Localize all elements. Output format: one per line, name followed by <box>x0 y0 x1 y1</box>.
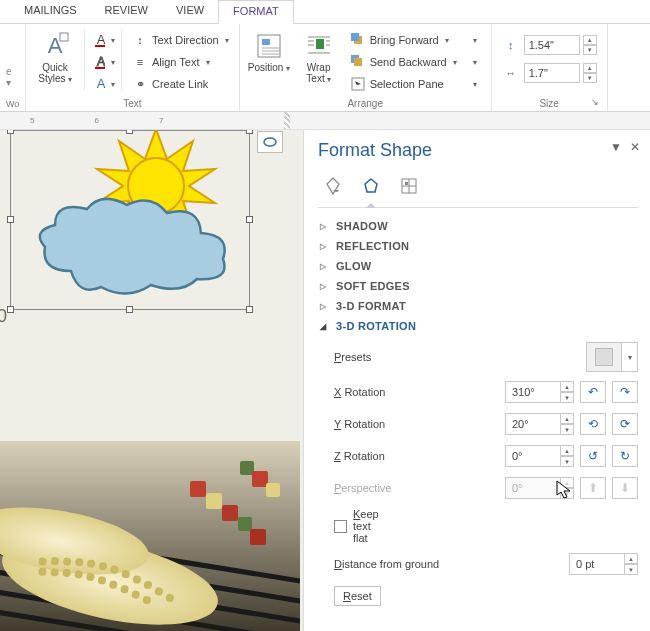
text-direction-button[interactable]: ↕Text Direction▾ <box>128 30 233 50</box>
wrap-text-icon <box>303 30 335 62</box>
wrap-text-button[interactable]: Wrap Text <box>296 26 342 85</box>
create-link-button[interactable]: ⚭Create Link <box>128 74 233 94</box>
width-up[interactable]: ▲ <box>583 63 597 73</box>
keep-text-flat-checkbox[interactable] <box>334 520 347 533</box>
x-rotation-input[interactable]: 310° <box>505 381 561 403</box>
layout-tab[interactable] <box>396 173 422 199</box>
tab-format[interactable]: FORMAT <box>218 0 294 24</box>
reset-button[interactable]: Reset <box>334 586 381 606</box>
perspective-label: Perspective <box>334 482 505 494</box>
selected-shape[interactable] <box>10 130 250 310</box>
send-backward-icon <box>350 54 366 70</box>
align-text-button[interactable]: ≡Align Text▾ <box>128 52 233 72</box>
dist-up[interactable]: ▲ <box>624 553 638 564</box>
y-rotation-input[interactable]: 20° <box>505 413 561 435</box>
p-up: ▲ <box>560 477 574 488</box>
x-up[interactable]: ▲ <box>560 381 574 392</box>
align-button[interactable]: ▾ <box>467 30 485 50</box>
wordart-styles-label: WordArt Styles <box>6 97 19 109</box>
y-up[interactable]: ▲ <box>560 413 574 424</box>
text-outline-button[interactable]: A▾ <box>93 52 115 72</box>
preset-dropdown[interactable]: ▾ <box>622 342 638 372</box>
z-up[interactable]: ▲ <box>560 445 574 456</box>
position-button[interactable]: Position <box>246 26 292 74</box>
width-row: ↔ 1.7" ▲▼ <box>498 62 601 84</box>
height-down[interactable]: ▼ <box>583 45 597 55</box>
width-input[interactable]: 1.7" <box>524 63 580 83</box>
resize-handle[interactable] <box>246 130 253 134</box>
tab-mailings[interactable]: MAILINGS <box>10 0 91 23</box>
group-text: A Quick Styles A▾ A▾ A▾ ↕Text Direction▾ <box>26 24 240 111</box>
section-3d-rotation[interactable]: ◢3-D ROTATION <box>318 316 638 336</box>
x-rotate-left[interactable]: ↶ <box>580 381 606 403</box>
perspective-up: ⬆ <box>580 477 606 499</box>
height-up[interactable]: ▲ <box>583 35 597 45</box>
group-button[interactable]: ▾ <box>467 52 485 72</box>
svg-text:A: A <box>97 76 105 91</box>
dist-down[interactable]: ▼ <box>624 564 638 575</box>
y-down[interactable]: ▼ <box>560 424 574 435</box>
y-rotate-right[interactable]: ⟳ <box>612 413 638 435</box>
resize-handle[interactable] <box>126 306 133 313</box>
pane-close-button[interactable]: ✕ <box>630 140 640 154</box>
svg-text:A: A <box>97 54 105 69</box>
distance-input[interactable]: 0 pt <box>569 553 625 575</box>
selection-pane-icon <box>350 76 366 92</box>
resize-handle[interactable] <box>246 306 253 313</box>
text-fragment: :00 <box>0 306 7 327</box>
text-direction-icon: ↕ <box>132 32 148 48</box>
svg-rect-64 <box>266 483 280 497</box>
quick-styles-button[interactable]: A Quick Styles <box>32 26 78 85</box>
section-glow[interactable]: ▷GLOW <box>318 256 638 276</box>
rotate-button[interactable]: ▾ <box>467 74 485 94</box>
resize-handle[interactable] <box>7 216 14 223</box>
effects-tab[interactable] <box>358 173 384 199</box>
keep-text-flat-label: Keep text flat <box>353 508 379 544</box>
resize-handle[interactable] <box>7 130 14 134</box>
perspective-down: ⬇ <box>612 477 638 499</box>
size-group-label: Size↘ <box>498 96 601 109</box>
svg-marker-65 <box>365 179 377 192</box>
tab-review[interactable]: REVIEW <box>91 0 162 23</box>
pane-menu-button[interactable]: ▼ <box>610 140 622 154</box>
x-down[interactable]: ▼ <box>560 392 574 403</box>
fill-line-tab[interactable] <box>320 173 346 199</box>
tab-view[interactable]: VIEW <box>162 0 218 23</box>
svg-rect-69 <box>405 182 408 185</box>
z-down[interactable]: ▼ <box>560 456 574 467</box>
distance-label: Distance from ground <box>334 558 569 570</box>
svg-text:A: A <box>97 32 105 47</box>
layout-options-button[interactable] <box>257 131 283 153</box>
p-down: ▼ <box>560 488 574 499</box>
width-down[interactable]: ▼ <box>583 73 597 83</box>
height-input[interactable]: 1.54" <box>524 35 580 55</box>
send-backward-button[interactable]: Send Backward▾ <box>346 52 461 72</box>
document-canvas[interactable]: r al :00 <box>0 130 304 631</box>
size-launcher[interactable]: ↘ <box>589 97 601 109</box>
x-rotate-right[interactable]: ↷ <box>612 381 638 403</box>
group-arrange: Position Wrap Text Bring Forward▾ Send B… <box>240 24 492 111</box>
section-shadow[interactable]: ▷SHADOW <box>318 216 638 236</box>
link-icon: ⚭ <box>132 76 148 92</box>
selection-pane-button[interactable]: Selection Pane <box>346 74 461 94</box>
ruler: 5 6 7 <box>0 112 650 130</box>
resize-handle[interactable] <box>246 216 253 223</box>
section-reflection[interactable]: ▷REFLECTION <box>318 236 638 256</box>
resize-handle[interactable] <box>7 306 14 313</box>
preset-preview <box>586 342 622 372</box>
y-rotate-left[interactable]: ⟲ <box>580 413 606 435</box>
group-edge: e ▾ WordArt Styles <box>0 24 26 111</box>
text-effects-button[interactable]: A▾ <box>93 74 115 94</box>
pane-tabs <box>318 169 638 207</box>
z-rotate-cw[interactable]: ↻ <box>612 445 638 467</box>
svg-rect-61 <box>250 529 266 545</box>
z-rotation-input[interactable]: 0° <box>505 445 561 467</box>
z-rotate-ccw[interactable]: ↺ <box>580 445 606 467</box>
group-size: ↕ 1.54" ▲▼ ↔ 1.7" ▲▼ Size↘ <box>492 24 608 111</box>
bring-forward-button[interactable]: Bring Forward▾ <box>346 30 461 50</box>
svg-rect-3 <box>95 45 105 47</box>
resize-handle[interactable] <box>126 130 133 134</box>
text-fill-button[interactable]: A▾ <box>93 30 115 50</box>
section-3d-format[interactable]: ▷3-D FORMAT <box>318 296 638 316</box>
section-soft-edges[interactable]: ▷SOFT EDGES <box>318 276 638 296</box>
